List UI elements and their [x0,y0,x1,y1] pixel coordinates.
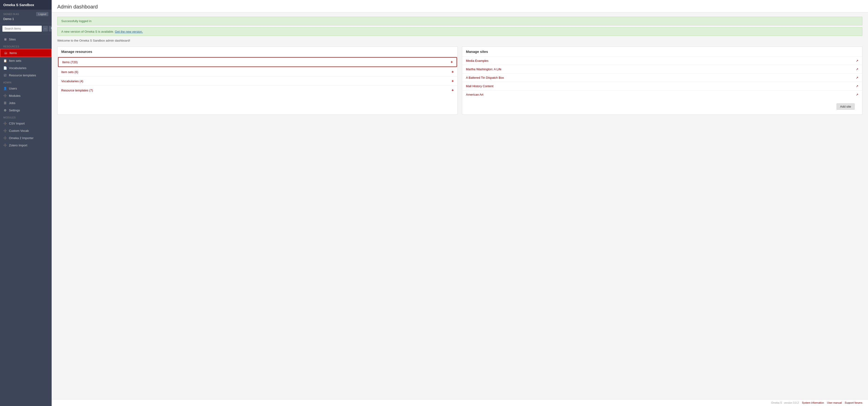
vocabularies-icon: 📄 [3,66,7,70]
manage-sites-title: Manage sites [462,47,862,57]
resource-row-items: Items (720) + [58,57,457,67]
sidebar: Omeka S Sandbox SIGNED IN AS Logout Demo… [0,0,52,406]
search-input[interactable] [2,26,42,32]
signed-in-label: SIGNED IN AS [3,13,19,16]
sidebar-item-custom-vocab[interactable]: ➕ Custom Vocab [0,127,52,135]
vocabularies-link[interactable]: Vocabularies (4) [61,80,83,83]
site-row-mall-history: Mall History Content ↗ [462,82,862,90]
sidebar-item-vocabularies[interactable]: 📄 Vocabularies [0,64,52,72]
sidebar-item-csv-import[interactable]: ➕ CSV Import [0,120,52,127]
external-link-icon-mall-history[interactable]: ↗ [856,84,858,88]
sidebar-users-label: Users [9,87,17,90]
add-site-button[interactable]: Add site [837,104,855,110]
site-row-american-art: American Art ↗ [462,90,862,99]
page-header: Admin dashboard [52,0,868,12]
footer-link-support-forums[interactable]: Support forums [845,401,862,404]
app-footer: Omeka S version 3.0.2 System information… [52,399,868,406]
sidebar-settings-label: Settings [9,109,20,112]
search-options-button[interactable]: ··· [43,26,48,31]
zotero-import-icon: ➕ [3,144,7,147]
resource-row-vocabularies: Vocabularies (4) + [58,77,458,86]
site-link-battered-tin[interactable]: A Battered Tin Dispatch Box [466,76,504,80]
resource-row-item-sets: Item sets (6) + [58,67,458,77]
footer-brand: Omeka S [771,401,782,404]
add-vocabularies-button[interactable]: + [452,79,454,83]
manage-resources-body: Items (720) + Item sets (6) + Vocabulari… [58,57,458,95]
footer-version: version 3.0.2 [784,401,799,404]
manage-resources-title: Manage resources [58,47,458,57]
manage-sites-panel: Manage sites Media Examples ↗ Martha Was… [462,47,862,115]
resource-templates-icon: ☑ [3,74,7,77]
alert-info-link[interactable]: Get the new version. [115,30,143,33]
sidebar-csv-import-label: CSV Import [9,122,25,125]
custom-vocab-icon: ➕ [3,129,7,133]
omeka2-importer-icon: ➕ [3,136,7,140]
sidebar-item-users[interactable]: 👤 Users [0,85,52,92]
site-row-battered-tin: A Battered Tin Dispatch Box ↗ [462,74,862,82]
sidebar-navigation: 🖥 Sites RESOURCES 🗂 Items 📋 Item sets 📄 … [0,34,52,406]
site-link-martha-washington[interactable]: Martha Washington: A Life [466,67,501,71]
app-title-text: Omeka S Sandbox [3,3,34,7]
sidebar-modules-label: Modules [9,94,21,97]
sidebar-omeka2-importer-label: Omeka 2 Importer [9,136,34,140]
users-icon: 👤 [3,87,7,90]
sidebar-item-omeka2-importer[interactable]: ➕ Omeka 2 Importer [0,135,52,142]
main-content: Admin dashboard Successfully logged in A… [52,0,868,406]
welcome-text: Welcome to the Omeka S Sandbox admin das… [57,39,862,42]
admin-section-label: ADMIN [0,79,52,85]
search-bar: ··· 🔍 [0,23,52,34]
sidebar-item-modules[interactable]: ➕ Modules [0,92,52,99]
sidebar-items-label: Items [9,51,17,55]
sidebar-app-title: Omeka S Sandbox [0,0,52,10]
external-link-icon-american-art[interactable]: ↗ [856,93,858,96]
dashboard-panels: Manage resources Items (720) + Item sets… [57,47,862,115]
sidebar-resource-templates-label: Resource templates [9,74,36,77]
modules-icon: ➕ [3,94,7,97]
items-icon: 🗂 [4,51,7,55]
logout-button[interactable]: Logout [36,12,48,16]
sidebar-item-zotero-import[interactable]: ➕ Zotero Import [0,142,52,149]
sidebar-item-item-sets[interactable]: 📋 Item sets [0,57,52,64]
site-link-media-examples[interactable]: Media Examples [466,59,489,62]
sidebar-jobs-label: Jobs [9,101,15,105]
resources-section-label: RESOURCES [0,43,52,49]
site-link-american-art[interactable]: American Art [466,93,483,96]
jobs-icon: ☰ [3,101,7,105]
site-row-media-examples: Media Examples ↗ [462,57,862,65]
modules-section-label: MODULES [0,114,52,120]
add-item-sets-button[interactable]: + [452,70,454,74]
item-sets-link[interactable]: Item sets (6) [61,70,78,74]
manage-sites-body: Media Examples ↗ Martha Washington: A Li… [462,57,862,99]
sidebar-item-sets-label: Item sets [9,59,21,62]
resource-templates-link[interactable]: Resource templates (7) [61,89,93,92]
username: Demo 1 [3,17,48,21]
main-body: Successfully logged in A new version of … [52,12,868,399]
sidebar-item-items[interactable]: 🗂 Items [0,49,52,57]
resource-row-resource-templates: Resource templates (7) + [58,86,458,95]
alert-info: A new version of Omeka S is available. G… [57,27,862,36]
sidebar-sites-label: Sites [9,37,16,41]
external-link-icon-battered-tin[interactable]: ↗ [856,76,858,80]
sidebar-zotero-import-label: Zotero Import [9,144,27,147]
sidebar-custom-vocab-label: Custom Vocab [9,129,29,133]
settings-icon: ⚙ [3,109,7,112]
items-link[interactable]: Items (720) [62,60,78,64]
external-link-icon-media-examples[interactable]: ↗ [856,59,858,62]
manage-sites-footer: Add site [462,99,862,114]
sidebar-user-section: SIGNED IN AS Logout Demo 1 [0,10,52,23]
add-resource-templates-button[interactable]: + [452,88,454,92]
site-link-mall-history[interactable]: Mall History Content [466,84,493,88]
external-link-icon-martha-washington[interactable]: ↗ [856,67,858,71]
sidebar-item-jobs[interactable]: ☰ Jobs [0,99,52,107]
manage-resources-panel: Manage resources Items (720) + Item sets… [57,47,458,115]
alert-info-text: A new version of Omeka S is available. [61,30,114,33]
sites-icon: 🖥 [3,37,7,41]
footer-link-user-manual[interactable]: User manual [827,401,841,404]
sidebar-item-settings[interactable]: ⚙ Settings [0,107,52,114]
footer-link-system-information[interactable]: System information [802,401,824,404]
add-items-button[interactable]: + [451,60,453,64]
sidebar-vocabularies-label: Vocabularies [9,66,26,70]
sidebar-item-sites[interactable]: 🖥 Sites [0,36,52,43]
sidebar-item-resource-templates[interactable]: ☑ Resource templates [0,72,52,79]
page-title: Admin dashboard [57,4,862,10]
